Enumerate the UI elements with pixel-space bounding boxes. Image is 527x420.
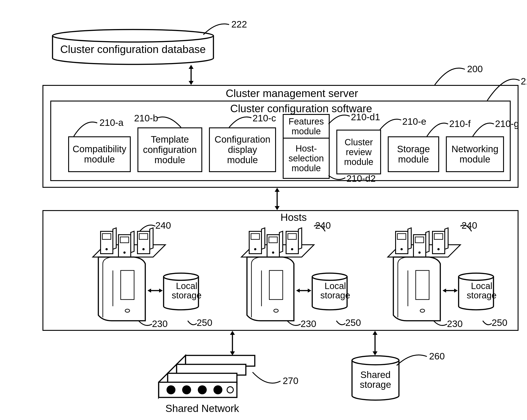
database-label: Cluster configuration database: [54, 44, 212, 55]
module-f-l2: module: [398, 154, 429, 165]
svg-point-15: [123, 252, 126, 254]
svg-point-80: [166, 385, 176, 394]
svg-rect-33: [279, 231, 283, 253]
svg-rect-13: [131, 231, 134, 253]
svg-point-83: [213, 385, 222, 394]
ref-210e: 210-e: [402, 116, 426, 127]
ref-210d2: 210-d2: [346, 173, 376, 184]
svg-marker-26: [159, 288, 163, 293]
curve-250-3: [483, 321, 493, 327]
module-e-l2: review: [346, 147, 372, 157]
host-group-2: [229, 218, 372, 327]
arrow-hosts-network: [227, 331, 238, 355]
module-c-line1: Configuration: [215, 134, 270, 145]
ref-curve-200: [435, 66, 466, 86]
ref-230-1: 230: [152, 319, 168, 329]
module-e-l1: Cluster: [345, 137, 373, 147]
ref-230-3: 230: [447, 319, 463, 329]
local-storage-label-1: Localstorage: [170, 281, 203, 300]
module-review: Cluster review module: [336, 130, 381, 174]
svg-marker-68: [230, 331, 235, 335]
ref-260: 260: [429, 351, 445, 362]
ref-230-2: 230: [301, 319, 316, 329]
svg-marker-6: [275, 206, 280, 210]
server-title: Cluster management server: [226, 87, 358, 99]
module-d1-l1: Features: [288, 116, 324, 126]
shared-storage-label: Sharedstorage: [354, 370, 397, 390]
module-compatibility: Compatibility module: [68, 136, 131, 172]
svg-point-11: [106, 248, 108, 250]
shared-network-label: Shared Network: [165, 402, 239, 414]
ref-210g: 210-g: [495, 119, 519, 129]
module-g-l2: module: [460, 154, 490, 165]
ref-curve-210c: [229, 115, 253, 129]
ref-210f: 210-f: [449, 119, 471, 129]
ref-210: 210: [521, 76, 527, 87]
svg-rect-53: [426, 231, 429, 253]
module-b-line3: module: [154, 155, 185, 165]
ref-curve-210b: [158, 115, 181, 129]
svg-point-82: [198, 385, 207, 394]
module-template: Template configuration module: [137, 127, 202, 172]
svg-point-51: [400, 248, 403, 250]
ref-210d1: 210-d1: [351, 112, 380, 122]
module-c-line2: display: [228, 145, 257, 155]
ref-250-2: 250: [345, 317, 361, 328]
module-networking: Networking module: [446, 136, 504, 172]
curve-250-1: [188, 321, 198, 327]
module-host-selection: Host- selection module: [283, 138, 330, 179]
module-storage: Storage module: [388, 136, 439, 172]
module-a-line1: Compatibility: [73, 144, 126, 154]
ref-250-1: 250: [197, 317, 212, 328]
ref-270: 270: [283, 376, 298, 386]
module-f-l1: Storage: [397, 144, 430, 154]
arrow-db-server: [186, 65, 197, 85]
ref-curve-210g: [473, 121, 495, 137]
ref-curve-210d1: [329, 114, 351, 125]
module-e-l3: module: [344, 157, 373, 167]
svg-rect-49: [408, 228, 411, 249]
local-storage-label-3: Localstorage: [465, 281, 498, 300]
ref-250-3: 250: [492, 317, 507, 328]
module-c-line3: module: [227, 155, 258, 165]
curve-240-1: [140, 223, 156, 232]
svg-marker-2: [189, 65, 194, 69]
ref-curve-210e: [380, 117, 402, 131]
curve-240-3: [461, 223, 472, 232]
module-d2-l2: selection: [288, 153, 324, 163]
host-group-3: [375, 218, 518, 327]
curve-250-2: [336, 321, 346, 327]
svg-point-35: [272, 252, 274, 254]
arrow-hosts-storage: [369, 331, 381, 355]
ref-210a: 210-a: [99, 117, 123, 128]
ref-222: 222: [231, 19, 247, 30]
curve-230-1: [139, 321, 153, 329]
svg-marker-66: [454, 288, 458, 293]
ref-curve-210a: [74, 120, 98, 137]
svg-point-31: [254, 248, 256, 250]
module-a-line2: module: [84, 154, 115, 165]
svg-marker-72: [373, 351, 377, 355]
svg-point-19: [142, 248, 145, 250]
shared-network-icon: [159, 353, 264, 402]
ref-curve-222: [203, 22, 230, 36]
module-b-line1: Template: [151, 134, 189, 145]
ref-210b: 210-b: [134, 113, 158, 124]
module-display: Configuration display module: [209, 127, 276, 172]
ref-curve-210: [487, 76, 521, 102]
svg-point-59: [437, 248, 439, 250]
module-g-l1: Networking: [451, 144, 498, 154]
svg-rect-57: [445, 228, 448, 249]
svg-rect-37: [298, 228, 302, 249]
arrow-server-hosts: [272, 188, 283, 210]
svg-marker-45: [296, 288, 300, 293]
module-features: Features module: [283, 114, 330, 139]
svg-point-81: [182, 385, 191, 394]
svg-rect-9: [113, 228, 116, 249]
svg-marker-46: [308, 288, 311, 293]
curve-270: [253, 372, 282, 388]
ref-curve-210f: [427, 121, 449, 137]
curve-230-3: [434, 321, 448, 329]
curve-260: [397, 353, 428, 366]
ref-curve-210d2: [329, 174, 346, 182]
